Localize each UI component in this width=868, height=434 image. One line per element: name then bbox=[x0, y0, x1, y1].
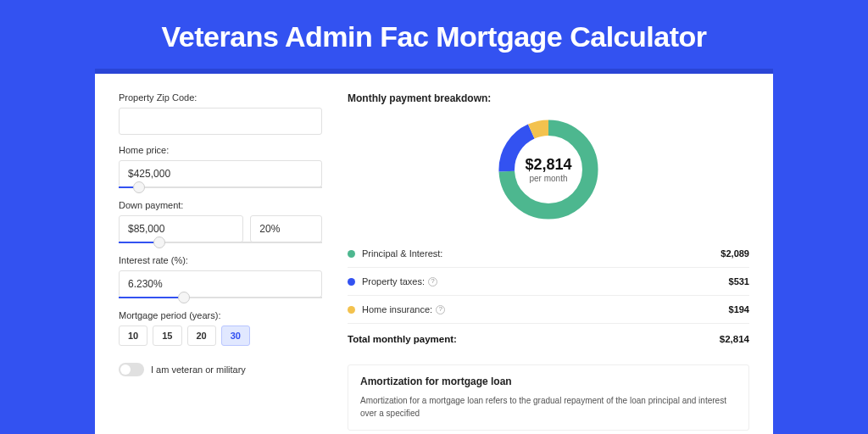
home-price-slider[interactable] bbox=[119, 186, 322, 188]
interest-rate-input[interactable] bbox=[119, 270, 322, 298]
interest-rate-slider[interactable] bbox=[119, 297, 322, 298]
total-label: Total monthly payment: bbox=[348, 334, 720, 344]
legend-dot-green bbox=[348, 250, 355, 258]
veteran-toggle-row: I am veteran or military bbox=[119, 363, 322, 376]
legend-row-insurance: Home insurance: ? $194 bbox=[348, 296, 749, 324]
legend-value-insurance: $194 bbox=[729, 304, 749, 314]
period-15-button[interactable]: 15 bbox=[153, 326, 181, 346]
zip-field: Property Zip Code: bbox=[119, 92, 322, 135]
donut-chart: $2,814 per month bbox=[493, 114, 604, 225]
card-shadow-frame: Property Zip Code: Home price: Down paym… bbox=[95, 69, 773, 434]
down-payment-field: Down payment: bbox=[119, 200, 322, 243]
legend-label-insurance-text: Home insurance: bbox=[362, 304, 432, 314]
breakdown-title: Monthly payment breakdown: bbox=[348, 92, 749, 104]
donut-sub: per month bbox=[529, 174, 567, 183]
form-column: Property Zip Code: Home price: Down paym… bbox=[119, 92, 322, 431]
slider-thumb[interactable] bbox=[178, 292, 190, 303]
legend-row-taxes: Property taxes: ? $531 bbox=[348, 268, 749, 296]
home-price-field: Home price: bbox=[119, 145, 322, 188]
legend-dot-blue bbox=[348, 278, 355, 286]
toggle-knob bbox=[120, 364, 131, 375]
legend-label-taxes: Property taxes: ? bbox=[362, 276, 729, 287]
donut-center: $2,814 per month bbox=[493, 114, 604, 225]
legend-dot-yellow bbox=[348, 306, 355, 314]
veteran-toggle-label: I am veteran or military bbox=[151, 364, 246, 375]
amortization-box: Amortization for mortgage loan Amortizat… bbox=[348, 364, 749, 431]
info-icon[interactable]: ? bbox=[436, 305, 445, 314]
interest-rate-label: Interest rate (%): bbox=[119, 255, 322, 265]
period-field: Mortgage period (years): 10 15 20 30 bbox=[119, 310, 322, 346]
total-row: Total monthly payment: $2,814 bbox=[348, 324, 749, 356]
total-value: $2,814 bbox=[720, 334, 749, 344]
period-30-button[interactable]: 30 bbox=[221, 326, 250, 346]
legend-value-pi: $2,089 bbox=[721, 248, 749, 259]
slider-thumb[interactable] bbox=[153, 236, 165, 248]
legend-label-insurance: Home insurance: ? bbox=[362, 304, 729, 314]
info-icon[interactable]: ? bbox=[428, 277, 437, 287]
donut-amount: $2,814 bbox=[525, 156, 571, 174]
amortization-title: Amortization for mortgage loan bbox=[360, 376, 737, 387]
home-price-input[interactable] bbox=[119, 160, 322, 187]
zip-label: Property Zip Code: bbox=[119, 92, 322, 103]
down-payment-pct-input[interactable] bbox=[250, 215, 322, 242]
period-label: Mortgage period (years): bbox=[119, 310, 322, 320]
legend-value-taxes: $531 bbox=[729, 276, 749, 287]
legend-label-taxes-text: Property taxes: bbox=[362, 276, 425, 287]
interest-rate-field: Interest rate (%): bbox=[119, 255, 322, 298]
amortization-text: Amortization for a mortgage loan refers … bbox=[360, 394, 737, 420]
period-10-button[interactable]: 10 bbox=[119, 326, 147, 346]
period-20-button[interactable]: 20 bbox=[187, 326, 216, 346]
down-payment-label: Down payment: bbox=[119, 200, 322, 210]
legend-label-pi: Principal & Interest: bbox=[362, 248, 721, 259]
calculator-card: Property Zip Code: Home price: Down paym… bbox=[95, 74, 773, 434]
down-payment-input[interactable] bbox=[119, 215, 243, 242]
legend-row-pi: Principal & Interest: $2,089 bbox=[348, 240, 749, 268]
page-title: Veterans Admin Fac Mortgage Calculator bbox=[0, 0, 868, 69]
down-payment-slider[interactable] bbox=[119, 242, 322, 243]
veteran-toggle[interactable] bbox=[119, 363, 144, 376]
zip-input[interactable] bbox=[119, 108, 322, 135]
donut-chart-wrap: $2,814 per month bbox=[348, 114, 749, 225]
slider-fill bbox=[119, 297, 184, 298]
breakdown-column: Monthly payment breakdown: $2,814 per mo… bbox=[348, 92, 749, 431]
home-price-label: Home price: bbox=[119, 145, 322, 155]
slider-thumb[interactable] bbox=[133, 181, 145, 193]
